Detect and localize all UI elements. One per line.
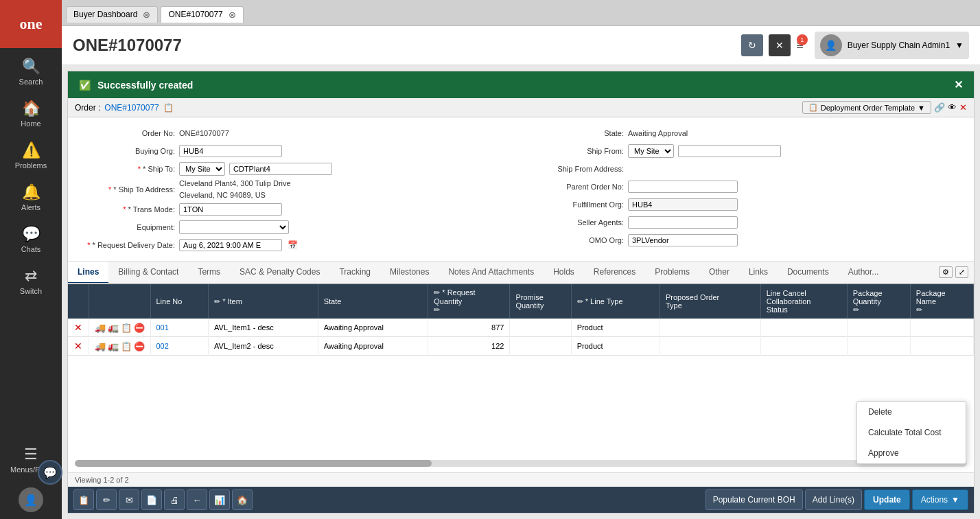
chat-button[interactable]: 💬 (38, 460, 62, 485)
tab-lines[interactable]: Lines (68, 262, 108, 284)
req-qty-sub-edit[interactable]: ✏ (434, 305, 440, 314)
order-number-link[interactable]: ONE#1070077 (104, 103, 159, 113)
row-icon-info[interactable]: 🚛 (108, 341, 119, 351)
tab-other[interactable]: Other (699, 262, 739, 284)
user-area[interactable]: 👤 Buyer Supply Chain Admin1 ▼ (815, 32, 969, 59)
tab-tracking[interactable]: Tracking (329, 262, 380, 284)
order-no-label: Order No: (79, 129, 175, 137)
toolbar-btn-mail[interactable]: ✉ (119, 489, 139, 510)
row-ctrl[interactable]: ✕ (68, 319, 89, 337)
omo-org-input[interactable] (628, 234, 738, 246)
row-ctrl[interactable]: ✕ (68, 337, 89, 356)
row-promise-qty (510, 337, 571, 356)
app-logo[interactable]: one (0, 0, 62, 48)
pkg-qty-edit-icon[interactable]: ✏ (853, 305, 859, 314)
tab-problems[interactable]: Problems (645, 262, 699, 284)
tab-close-order[interactable]: ⊗ (229, 10, 236, 20)
col-prop-order-type: Proposed OrderType (660, 284, 760, 319)
template-button[interactable]: 📋 Deployment Order Template ▼ (802, 101, 931, 114)
tab-documents[interactable]: Documents (778, 262, 839, 284)
row-pkg-qty (847, 337, 910, 356)
row-line-no[interactable]: 002 (150, 337, 209, 356)
sidebar-item-profile[interactable]: 👤 (19, 481, 43, 519)
tab-terms[interactable]: Terms (188, 262, 230, 284)
row-icon-list[interactable]: 📋 (121, 323, 132, 333)
tab-holds[interactable]: Holds (544, 262, 584, 284)
actions-button[interactable]: Actions ▼ (912, 489, 968, 510)
toolbar-btn-print[interactable]: 🖨 (164, 489, 185, 510)
ship-from-select[interactable]: My Site (628, 144, 674, 158)
request-delivery-input[interactable] (179, 239, 282, 251)
bottom-toolbar: 📋 ✏ ✉ 📄 🖨 ← 📊 🏠 Populate Current BOH Add… (68, 487, 974, 513)
sidebar-item-alerts[interactable]: 🔔 Alerts (0, 176, 62, 218)
parent-order-input[interactable] (628, 181, 738, 193)
header-icon-btn3[interactable]: ✕ (959, 102, 967, 113)
sidebar-item-search[interactable]: 🔍 Search (0, 51, 62, 93)
tab-sac[interactable]: SAC & Penalty Codes (230, 262, 329, 284)
populate-boh-button[interactable]: Populate Current BOH (705, 489, 803, 510)
dropdown-item-delete[interactable]: Delete (857, 402, 966, 422)
row-line-no[interactable]: 001 (150, 319, 209, 337)
header-icon-btn2[interactable]: 👁 (948, 102, 957, 113)
toolbar-btn-home[interactable]: 🏠 (232, 489, 253, 510)
toolbar-btn-edit[interactable]: ✏ (96, 489, 117, 510)
user-name: Buyer Supply Chain Admin1 (848, 41, 950, 50)
sidebar-item-chats[interactable]: 💬 Chats (0, 218, 62, 260)
calendar-icon[interactable]: 📅 (288, 240, 298, 250)
form-left: Order No: ONE#1070077 Buying Org: * Ship… (79, 124, 514, 254)
tab-authorizations[interactable]: Author... (839, 262, 889, 284)
dropdown-item-calc-total[interactable]: Calculate Total Cost (857, 422, 966, 443)
success-close-button[interactable]: ✕ (954, 78, 963, 91)
tab-milestones[interactable]: Milestones (380, 262, 439, 284)
ship-from-input2[interactable] (678, 145, 781, 157)
pkg-name-edit-icon[interactable]: ✏ (916, 305, 922, 314)
header-icon-btn1[interactable]: 🔗 (934, 102, 945, 113)
sidebar-item-home[interactable]: 🏠 Home (0, 93, 62, 135)
fulfillment-org-input[interactable] (628, 198, 738, 211)
row-icon-alert[interactable]: ⛔ (134, 323, 145, 333)
row-icon-list[interactable]: 📋 (121, 341, 132, 351)
sidebar-item-switch[interactable]: ⇄ Switch (0, 260, 62, 302)
tab-notes[interactable]: Notes And Attachments (439, 262, 544, 284)
close-button[interactable]: ✕ (769, 34, 791, 56)
toolbar-btn-copy[interactable]: 📋 (73, 489, 94, 510)
ship-to-address-label: * Ship To Address: (79, 185, 175, 194)
row-icon-truck[interactable]: 🚚 (95, 323, 106, 333)
ship-to-select[interactable]: My Site (179, 162, 225, 176)
toolbar-btn-doc[interactable]: 📄 (141, 489, 162, 510)
tab-order[interactable]: ONE#1070077 ⊗ (161, 6, 243, 23)
row-icon-info[interactable]: 🚛 (108, 323, 119, 333)
buying-org-input[interactable] (179, 145, 282, 157)
row-icon-alert[interactable]: ⛔ (134, 341, 145, 351)
tab-buyer-dashboard[interactable]: Buyer Dashboard ⊗ (66, 6, 158, 23)
tab-expand-icon[interactable]: ⤢ (955, 266, 968, 278)
tab-references[interactable]: References (584, 262, 645, 284)
update-button[interactable]: Update (864, 489, 910, 510)
trans-mode-input[interactable] (179, 203, 282, 216)
seller-agents-input[interactable] (628, 216, 738, 229)
refresh-button[interactable]: ↻ (741, 34, 763, 56)
sidebar-label-chats: Chats (21, 245, 41, 253)
equipment-select[interactable] (179, 220, 289, 234)
tab-links[interactable]: Links (739, 262, 778, 284)
toolbar-btn-chart[interactable]: 📊 (209, 489, 230, 510)
sidebar-item-problems[interactable]: ⚠️ Problems (0, 135, 62, 176)
tab-billing[interactable]: Billing & Contact (108, 262, 188, 284)
tab-close-buyer-dashboard[interactable]: ⊗ (143, 10, 150, 20)
tab-settings-icon[interactable]: ⚙ (939, 266, 953, 278)
row-pkg-qty (847, 319, 910, 337)
row-icon-truck[interactable]: 🚚 (95, 341, 106, 351)
ship-to-input2[interactable] (229, 163, 332, 175)
page-title: ONE#1070077 (73, 36, 741, 55)
detail-tab-strip: Lines Billing & Contact Terms SAC & Pena… (68, 262, 974, 284)
col-pkg-name: PackageName✏ (910, 284, 973, 319)
copy-order-icon[interactable]: 📋 (163, 103, 174, 113)
toolbar-btn-back[interactable]: ← (187, 489, 207, 510)
col-line-type: ✏ * Line Type (571, 284, 660, 319)
main-area: Buyer Dashboard ⊗ ONE#1070077 ⊗ ONE#1070… (62, 0, 980, 519)
add-lines-button[interactable]: Add Line(s) (805, 489, 862, 510)
dropdown-item-approve[interactable]: Approve (857, 443, 966, 463)
order-panel: ✅ Successfully created ✕ Order : ONE#107… (67, 71, 975, 514)
horizontal-scrollbar[interactable] (68, 457, 974, 472)
menu-button[interactable]: ≡ 1 (796, 38, 804, 53)
